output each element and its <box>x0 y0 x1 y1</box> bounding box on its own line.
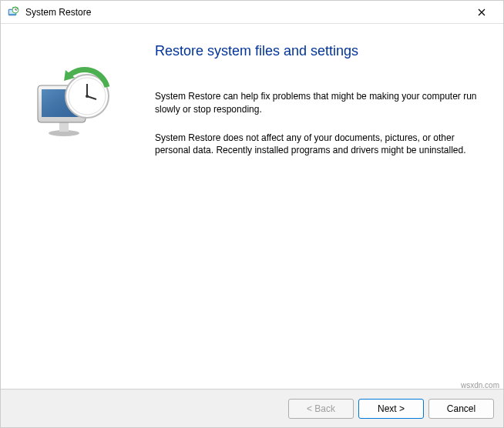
cancel-button[interactable]: Cancel <box>428 399 494 419</box>
content-area: Restore system files and settings System… <box>1 24 503 389</box>
intro-paragraph-1: System Restore can help fix problems tha… <box>155 90 480 116</box>
window-title: System Restore <box>25 7 466 18</box>
watermark-text: wsxdn.com <box>461 381 499 390</box>
svg-point-13 <box>86 95 89 98</box>
intro-paragraph-2: System Restore does not affect any of yo… <box>155 132 480 158</box>
close-icon <box>478 8 486 16</box>
wizard-footer: < Back Next > Cancel <box>1 389 503 427</box>
back-button: < Back <box>288 399 354 419</box>
system-restore-icon <box>7 6 19 18</box>
svg-rect-5 <box>59 122 69 132</box>
next-button[interactable]: Next > <box>358 399 424 419</box>
main-panel: Restore system files and settings System… <box>139 24 503 389</box>
system-restore-window: System Restore <box>0 0 504 428</box>
close-button[interactable] <box>466 2 497 23</box>
page-heading: Restore system files and settings <box>155 43 480 59</box>
sidebar-panel <box>1 24 139 389</box>
titlebar: System Restore <box>1 1 503 24</box>
system-restore-large-icon <box>32 62 109 139</box>
